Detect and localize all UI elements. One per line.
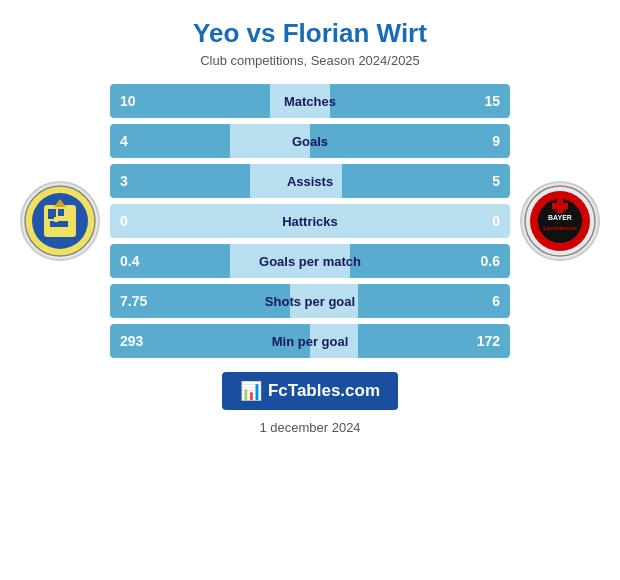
logo-left	[10, 181, 110, 261]
stat-val-left: 4	[110, 133, 158, 149]
stat-row: 7.75Shots per goal6	[110, 284, 510, 318]
stat-val-right: 15	[462, 93, 510, 109]
logo-right: 1904 BAYER Leverkusen	[510, 181, 610, 261]
stat-val-right: 5	[462, 173, 510, 189]
stat-val-left: 0	[110, 213, 158, 229]
svg-rect-15	[552, 203, 568, 209]
stat-row: 10Matches15	[110, 84, 510, 118]
svg-rect-4	[58, 209, 64, 216]
club-badge-yeo	[20, 181, 100, 261]
match-title: Yeo vs Florian Wirt	[193, 18, 427, 49]
stat-label: Goals per match	[158, 254, 462, 269]
stat-row: 0.4Goals per match0.6	[110, 244, 510, 278]
stat-val-right: 9	[462, 133, 510, 149]
stat-label: Hattricks	[158, 214, 462, 229]
stat-val-left: 7.75	[110, 293, 158, 309]
stat-val-right: 0.6	[462, 253, 510, 269]
stat-label: Min per goal	[158, 334, 462, 349]
svg-rect-5	[50, 221, 68, 227]
footer-logo-text: FcTables.com	[268, 381, 380, 401]
fctables-logo: 📊 FcTables.com	[222, 372, 398, 410]
stat-val-right: 6	[462, 293, 510, 309]
stat-val-left: 10	[110, 93, 158, 109]
stat-val-right: 172	[462, 333, 510, 349]
svg-rect-6	[54, 217, 58, 222]
chart-icon: 📊	[240, 380, 262, 402]
footer-date: 1 december 2024	[259, 420, 360, 435]
stat-label: Assists	[158, 174, 462, 189]
stat-row: 293Min per goal172	[110, 324, 510, 358]
stat-row: 3Assists5	[110, 164, 510, 198]
svg-text:Leverkusen: Leverkusen	[543, 225, 577, 231]
svg-text:BAYER: BAYER	[548, 214, 572, 221]
stat-val-left: 0.4	[110, 253, 158, 269]
match-subtitle: Club competitions, Season 2024/2025	[193, 53, 427, 68]
stat-val-left: 293	[110, 333, 158, 349]
stat-val-left: 3	[110, 173, 158, 189]
stat-val-right: 0	[462, 213, 510, 229]
footer-logo-area: 📊 FcTables.com	[222, 372, 398, 410]
club-badge-leverkusen: 1904 BAYER Leverkusen	[520, 181, 600, 261]
stat-row: 4Goals9	[110, 124, 510, 158]
stat-label: Shots per goal	[158, 294, 462, 309]
stats-container: 10Matches154Goals93Assists50Hattricks00.…	[110, 84, 510, 358]
stat-label: Matches	[158, 94, 462, 109]
header: Yeo vs Florian Wirt Club competitions, S…	[183, 0, 437, 74]
stat-row: 0Hattricks0	[110, 204, 510, 238]
stat-label: Goals	[158, 134, 462, 149]
main-content: 10Matches154Goals93Assists50Hattricks00.…	[0, 74, 620, 358]
